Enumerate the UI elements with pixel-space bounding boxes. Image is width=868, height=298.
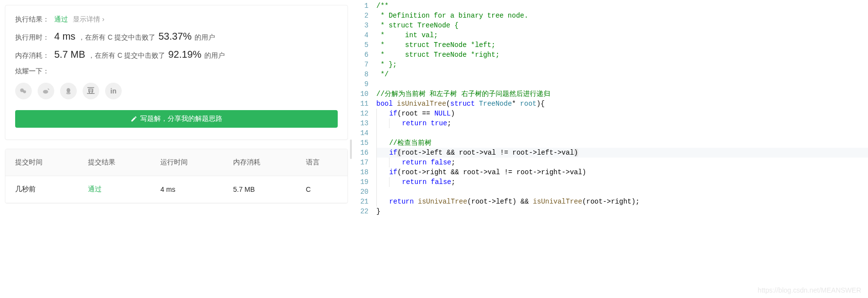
line-number: 12 <box>354 109 369 118</box>
share-label: 炫耀一下： <box>15 67 338 76</box>
cell-time: 几秒前 <box>5 176 78 203</box>
line-number: 3 <box>354 21 369 30</box>
share-icons-row: 豆 in <box>15 83 338 99</box>
line-number: 19 <box>354 177 369 187</box>
col-runtime: 运行时间 <box>151 149 223 176</box>
runtime-text2: 的用户 <box>195 33 215 42</box>
douban-icon[interactable]: 豆 <box>83 83 99 99</box>
write-solution-label: 写题解，分享我的解题思路 <box>140 115 222 123</box>
svg-point-3 <box>66 88 70 92</box>
line-number: 8 <box>354 69 369 79</box>
col-memory: 内存消耗 <box>223 149 296 176</box>
line-number-gutter: 12345678910111213141516171819202122 <box>354 1 376 298</box>
code-line[interactable]: */ <box>376 69 868 79</box>
code-line[interactable]: * int val; <box>376 30 868 40</box>
svg-point-1 <box>23 91 26 93</box>
code-line[interactable]: /** <box>376 1 868 11</box>
code-line[interactable]: return false; <box>376 177 868 187</box>
line-number: 22 <box>354 206 369 216</box>
table-row[interactable]: 几秒前 通过 4 ms 5.7 MB C <box>5 176 347 203</box>
memory-text2: 的用户 <box>204 51 225 60</box>
code-line[interactable]: * }; <box>376 60 868 69</box>
write-solution-button[interactable]: 写题解，分享我的解题思路 <box>15 110 338 128</box>
cell-result: 通过 <box>78 176 151 203</box>
code-line[interactable]: //分解为当前树 和左子树 右子树的子问题然后进行递归 <box>376 89 868 99</box>
code-line[interactable]: return true; <box>376 118 868 128</box>
code-area[interactable]: /** * Definition for a binary tree node.… <box>376 1 868 298</box>
line-number: 11 <box>354 99 369 109</box>
line-number: 16 <box>354 148 369 158</box>
line-number: 7 <box>354 60 369 69</box>
runtime-row: 执行用时： 4 ms ，在所有 C 提交中击败了 53.37% 的用户 <box>15 31 338 42</box>
code-line[interactable]: * Definition for a binary tree node. <box>376 11 868 21</box>
memory-percent: 92.19% <box>168 49 201 60</box>
line-number: 1 <box>354 1 369 11</box>
svg-point-2 <box>43 90 48 94</box>
code-line[interactable]: * struct TreeNode { <box>376 21 868 30</box>
code-line[interactable]: return false; <box>376 158 868 167</box>
panel-resize-handle[interactable] <box>348 0 354 298</box>
line-number: 21 <box>354 197 369 206</box>
line-number: 10 <box>354 89 369 99</box>
code-line[interactable]: * struct TreeNode *right; <box>376 50 868 60</box>
code-line[interactable] <box>376 128 868 138</box>
runtime-value: 4 ms <box>54 31 75 42</box>
code-line[interactable] <box>376 187 868 197</box>
memory-row: 内存消耗： 5.7 MB ，在所有 C 提交中击败了 92.19% 的用户 <box>15 49 338 60</box>
code-line[interactable]: if(root->right && root->val != root->rig… <box>376 167 868 177</box>
show-detail-link[interactable]: 显示详情 › <box>73 15 105 24</box>
line-number: 18 <box>354 167 369 177</box>
submission-result-panel: 执行结果： 通过 显示详情 › 执行用时： 4 ms ，在所有 C 提交中击败了… <box>0 0 348 298</box>
line-number: 13 <box>354 118 369 128</box>
line-number: 5 <box>354 40 369 50</box>
runtime-percent: 53.37% <box>158 31 192 42</box>
code-line[interactable]: if(root->left && root->val != root->left… <box>376 148 868 158</box>
cell-runtime: 4 ms <box>151 176 223 203</box>
cell-lang: C <box>296 176 347 203</box>
wechat-icon[interactable] <box>15 83 32 99</box>
code-line[interactable]: return isUnivalTree(root->left) && isUni… <box>376 197 868 206</box>
submissions-table: 提交时间 提交结果 运行时间 内存消耗 语言 几秒前 通过 4 ms 5.7 M… <box>5 149 348 204</box>
code-line[interactable]: * struct TreeNode *left; <box>376 40 868 50</box>
runtime-text1: ，在所有 C 提交中击败了 <box>78 33 155 42</box>
col-result: 提交结果 <box>78 149 151 176</box>
code-line[interactable]: } <box>376 206 868 216</box>
status-badge: 通过 <box>54 15 68 24</box>
result-card: 执行结果： 通过 显示详情 › 执行用时： 4 ms ，在所有 C 提交中击败了… <box>5 5 348 140</box>
code-line[interactable]: //检查当前树 <box>376 138 868 148</box>
result-status-row: 执行结果： 通过 显示详情 › <box>15 15 338 24</box>
line-number: 17 <box>354 158 369 167</box>
memory-text1: ，在所有 C 提交中击败了 <box>88 51 165 60</box>
memory-value: 5.7 MB <box>54 49 85 60</box>
line-number: 6 <box>354 50 369 60</box>
col-time: 提交时间 <box>5 149 78 176</box>
line-number: 14 <box>354 128 369 138</box>
memory-label: 内存消耗： <box>15 51 49 60</box>
weibo-icon[interactable] <box>38 83 54 99</box>
line-number: 15 <box>354 138 369 148</box>
qq-icon[interactable] <box>60 83 77 99</box>
col-lang: 语言 <box>296 149 347 176</box>
result-label: 执行结果： <box>15 15 49 24</box>
code-editor[interactable]: 12345678910111213141516171819202122 /** … <box>354 0 868 298</box>
code-line[interactable] <box>376 79 868 89</box>
code-line[interactable]: if(root == NULL) <box>376 109 868 118</box>
line-number: 4 <box>354 30 369 40</box>
code-line[interactable]: bool isUnivalTree(struct TreeNode* root)… <box>376 99 868 109</box>
line-number: 9 <box>354 79 369 89</box>
table-header-row: 提交时间 提交结果 运行时间 内存消耗 语言 <box>5 149 347 176</box>
line-number: 2 <box>354 11 369 21</box>
runtime-label: 执行用时： <box>15 33 49 42</box>
cell-memory: 5.7 MB <box>223 176 296 203</box>
pencil-icon <box>130 115 137 122</box>
line-number: 20 <box>354 187 369 197</box>
linkedin-icon[interactable]: in <box>105 83 122 99</box>
svg-point-4 <box>66 92 71 94</box>
